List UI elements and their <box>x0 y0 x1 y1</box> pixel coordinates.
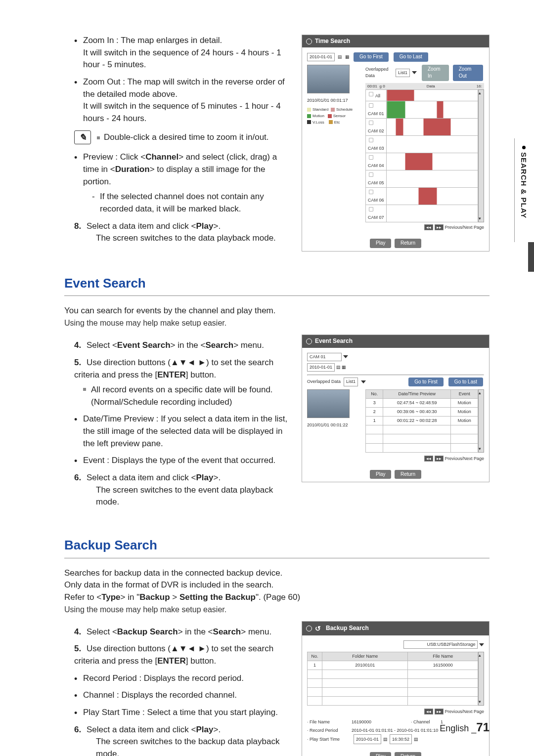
go-last-button[interactable]: Go to Last <box>448 378 483 387</box>
table-row[interactable]: 200:39:06 ~ 00:40:30Motion <box>366 408 478 417</box>
event-step-5: 5. Use direction buttons (▲▼◄ ►) to set … <box>74 357 292 409</box>
event-intro-2: Using the mouse may help make setup easi… <box>64 317 490 329</box>
event-search-screenshot: Event Search CAM 01 2010-01-01 ▤ ▦ Overl… <box>302 335 490 482</box>
zoom-in-button[interactable]: Zoom In <box>422 65 449 81</box>
preview-sub: If the selected channel does not contain… <box>92 191 292 215</box>
scroll-up-icon[interactable]: ▴ <box>479 390 484 396</box>
preview-thumbnail <box>307 65 350 93</box>
backup-bullet-record-period: Record Period : Displays the record peri… <box>74 672 292 685</box>
return-button[interactable]: Return <box>395 239 421 248</box>
calendar-icon[interactable]: ▦ <box>345 54 350 60</box>
preview-timestamp: 2010/01/01 00:01:17 <box>307 97 361 104</box>
date-input[interactable]: 2010-01-01 <box>307 53 335 61</box>
event-shot-title: Event Search <box>302 335 489 347</box>
return-button[interactable]: Return <box>395 470 421 479</box>
backup-table[interactable]: No. Folder Name File Name 1 20100101 161… <box>307 652 478 706</box>
zoom-out-button[interactable]: Zoom Out <box>453 65 483 81</box>
dropdown-icon[interactable] <box>479 643 484 646</box>
next-page-button[interactable]: ▸▸ <box>435 224 444 230</box>
stepper-icon[interactable]: ▤ <box>338 54 342 60</box>
backup-step-5: 5. Use direction buttons (▲▼◄ ►) to set … <box>74 643 292 667</box>
event-step-4: 4. Select <Event Search> in the <Search>… <box>74 339 292 352</box>
side-section-label: SEARCH & PLAY <box>518 146 529 218</box>
backup-search-heading: Backup Search <box>64 536 490 558</box>
step-8: 8. Select a data item and click <Play>. … <box>74 220 292 245</box>
time-search-title: Time Search <box>302 35 489 47</box>
dropdown-icon[interactable] <box>361 380 366 383</box>
table-row[interactable]: 100:01:22 ~ 00:02:28Motion <box>366 417 478 425</box>
go-last-button[interactable]: Go to Last <box>394 52 428 62</box>
event-step-5-sub: All record events on a specific date wil… <box>83 384 292 408</box>
bullet-icon <box>522 146 526 149</box>
note-icon: ✎ <box>74 130 91 144</box>
backup-intro-1: Searches for backup data in the connecte… <box>64 567 490 580</box>
backup-bullet-play-start: Play Start Time : Select a time that you… <box>74 707 292 719</box>
note-text: Double-click a desired time to zoom it i… <box>97 131 269 144</box>
backup-intro-3: Refer to <Type> in "Backup > Setting the… <box>64 591 490 604</box>
scroll-down-icon[interactable]: ▾ <box>479 699 484 705</box>
play-button[interactable]: Play <box>370 752 391 756</box>
backup-shot-title: ↺Backup Search <box>302 622 489 635</box>
next-page-button[interactable]: ▸▸ <box>435 709 444 714</box>
prev-page-button[interactable]: ◂◂ <box>424 709 433 714</box>
date-input[interactable]: 2010-01-01 <box>307 363 335 372</box>
backup-intro-2: Only data in the format of DVR is includ… <box>64 579 490 591</box>
stepper-icon[interactable]: ▤ <box>336 365 341 370</box>
play-start-time-input[interactable]: 16:30:52 <box>390 734 412 744</box>
scroll-up-icon[interactable]: ▴ <box>479 652 484 659</box>
event-bullet-event: Event : Displays the type of the event t… <box>74 455 292 467</box>
next-page-button[interactable]: ▸▸ <box>435 456 444 462</box>
side-tab-bar <box>528 242 534 272</box>
event-table[interactable]: No. Date/Time Preview Event 302:47:54 ~ … <box>365 389 478 452</box>
event-intro-1: You can search for events by the channel… <box>64 305 490 317</box>
scroll-down-icon[interactable]: ▾ <box>479 215 484 222</box>
timeline-table[interactable]: All CAM 01 CAM 02 CAM 03 CAM 04 CAM 05 C… <box>365 89 478 222</box>
page-footer: English _71 <box>440 719 490 736</box>
table-row[interactable]: 302:47:54 ~ 02:48:59Motion <box>366 399 478 408</box>
backup-step-6: 6. Select a data item and click <Play>. … <box>74 724 292 756</box>
stepper-icon[interactable]: ▤ <box>383 735 388 743</box>
backup-step-4: 4. Select <Backup Search> in the <Search… <box>74 626 292 638</box>
overlap-list-select[interactable]: List1 <box>396 69 410 77</box>
calendar-icon[interactable]: ▦ <box>342 365 346 370</box>
cam-select[interactable]: CAM 01 <box>307 353 342 361</box>
zoom-in-bullet: Zoom In : The map enlarges in detail. It… <box>74 35 292 71</box>
play-start-date-input[interactable]: 2010-01-01 <box>354 734 381 744</box>
dropdown-icon[interactable] <box>343 355 348 358</box>
zoom-out-bullet: Zoom Out : The map will switch in the re… <box>74 76 292 125</box>
dropdown-icon[interactable] <box>412 71 417 74</box>
scroll-down-icon[interactable]: ▾ <box>479 446 484 452</box>
prev-page-button[interactable]: ◂◂ <box>424 224 433 230</box>
scroll-up-icon[interactable]: ▴ <box>479 90 484 96</box>
legend: Standard Schedule Motion Sensor V.Loss E… <box>307 107 361 126</box>
prev-page-button[interactable]: ◂◂ <box>424 456 433 462</box>
table-row[interactable]: 1 20100101 16150000 <box>308 661 478 670</box>
go-first-button[interactable]: Go to First <box>354 52 389 62</box>
event-bullet-datetime: Date/Time Preview : If you select a data… <box>74 413 292 450</box>
stepper-icon[interactable]: ▤ <box>414 735 418 743</box>
preview-thumbnail <box>307 389 350 418</box>
go-first-button[interactable]: Go to First <box>408 378 444 387</box>
preview-timestamp: 2010/01/01 00:01:22 <box>307 422 361 428</box>
play-button[interactable]: Play <box>370 239 391 248</box>
preview-bullet: Preview : Click <Channel> and select (cl… <box>74 151 292 215</box>
overlap-list-select[interactable]: List1 <box>344 378 358 386</box>
event-step-6: 6. Select a data item and click <Play>. … <box>74 472 292 508</box>
return-button[interactable]: Return <box>395 752 421 756</box>
backup-intro-4: Using the mouse may help make setup easi… <box>64 604 490 615</box>
time-search-screenshot: Time Search 2010-01-01 ▤ ▦ Go to First G… <box>302 35 490 252</box>
device-select[interactable]: USB:USB2FlashStorage <box>403 640 478 649</box>
play-button[interactable]: Play <box>370 470 391 479</box>
event-search-heading: Event Search <box>64 274 490 296</box>
backup-bullet-channel: Channel : Displays the recorded channel. <box>74 689 292 702</box>
